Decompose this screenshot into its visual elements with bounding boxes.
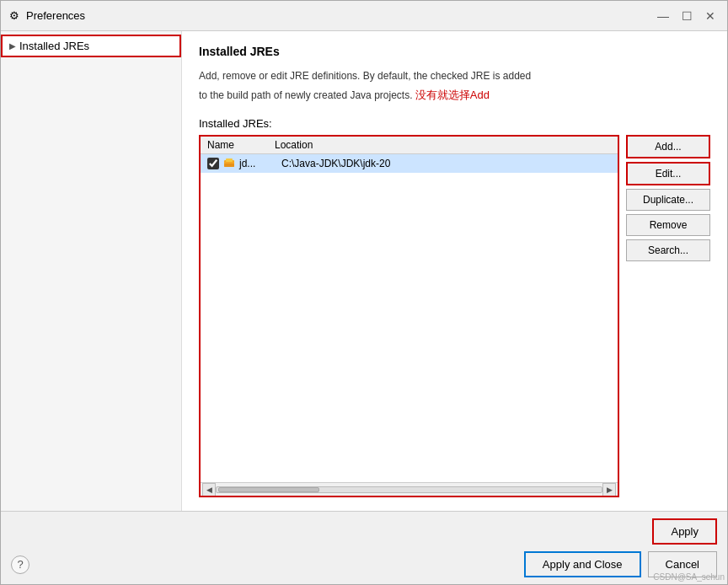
window-controls: — ☐ ✕ bbox=[653, 6, 720, 26]
apply-close-button[interactable]: Apply and Close bbox=[524, 551, 641, 577]
sidebar-item-label: Installed JREs bbox=[19, 40, 89, 52]
jre-name: jd... bbox=[239, 158, 281, 169]
jre-checkbox[interactable] bbox=[207, 158, 219, 169]
table-body: jd... C:\Java-JDK\JDK\jdk-20 bbox=[201, 154, 618, 483]
description-line1: Add, remove or edit JRE definitions. By … bbox=[199, 68, 710, 83]
apply-button[interactable]: Apply bbox=[652, 518, 717, 545]
scroll-left-button[interactable]: ◀ bbox=[202, 483, 216, 496]
scrollbar-track[interactable] bbox=[216, 486, 602, 493]
edit-button[interactable]: Edit... bbox=[626, 162, 710, 185]
preferences-window: ⚙ Preferences — ☐ ✕ ▶ Installed JREs Ins… bbox=[0, 0, 728, 585]
header-location: Location bbox=[275, 139, 611, 151]
title-bar: ⚙ Preferences — ☐ ✕ bbox=[1, 1, 727, 31]
duplicate-button[interactable]: Duplicate... bbox=[626, 189, 710, 211]
app-icon: ⚙ bbox=[8, 9, 21, 23]
maximize-button[interactable]: ☐ bbox=[677, 6, 697, 26]
scrollbar-thumb[interactable] bbox=[218, 487, 319, 492]
window-footer: Apply ? Apply and Close Cancel bbox=[1, 511, 727, 584]
svg-rect-2 bbox=[224, 164, 234, 167]
action-buttons: Add... Edit... Duplicate... Remove Searc… bbox=[626, 135, 710, 498]
sidebar-item-installed-jres[interactable]: ▶ Installed JREs bbox=[1, 35, 181, 57]
header-name: Name bbox=[207, 139, 275, 151]
sidebar: ▶ Installed JREs bbox=[1, 31, 182, 511]
watermark: CSDN@SA_sehun bbox=[653, 572, 725, 582]
section-title: Installed JREs bbox=[199, 45, 710, 58]
window-title: Preferences bbox=[26, 9, 653, 22]
add-button[interactable]: Add... bbox=[626, 135, 710, 158]
svg-rect-1 bbox=[226, 158, 233, 162]
table-row[interactable]: jd... C:\Java-JDK\JDK\jdk-20 bbox=[201, 154, 618, 173]
close-button[interactable]: ✕ bbox=[700, 6, 720, 26]
annotation-text: 没有就选择Add bbox=[415, 89, 490, 101]
sidebar-arrow-icon: ▶ bbox=[9, 41, 16, 51]
description-line2: to the build path of newly created Java … bbox=[199, 87, 710, 104]
table-area: Name Location bbox=[199, 135, 710, 498]
installed-jres-label: Installed JREs: bbox=[199, 117, 710, 130]
scroll-right-button[interactable]: ▶ bbox=[602, 483, 616, 496]
bottom-row: ? Apply and Close Cancel bbox=[11, 551, 717, 577]
main-content: Installed JREs Add, remove or edit JRE d… bbox=[182, 31, 727, 511]
table-header: Name Location bbox=[201, 137, 618, 154]
jre-table: Name Location bbox=[199, 135, 619, 498]
remove-button[interactable]: Remove bbox=[626, 214, 710, 236]
apply-row: Apply bbox=[11, 518, 717, 545]
jre-location: C:\Java-JDK\JDK\jdk-20 bbox=[281, 158, 611, 169]
jre-icon bbox=[222, 157, 236, 170]
horizontal-scrollbar[interactable]: ◀ ▶ bbox=[201, 482, 618, 496]
minimize-button[interactable]: — bbox=[653, 6, 673, 26]
window-body: ▶ Installed JREs Installed JREs Add, rem… bbox=[1, 31, 727, 511]
help-button[interactable]: ? bbox=[11, 555, 29, 574]
search-button[interactable]: Search... bbox=[626, 239, 710, 261]
